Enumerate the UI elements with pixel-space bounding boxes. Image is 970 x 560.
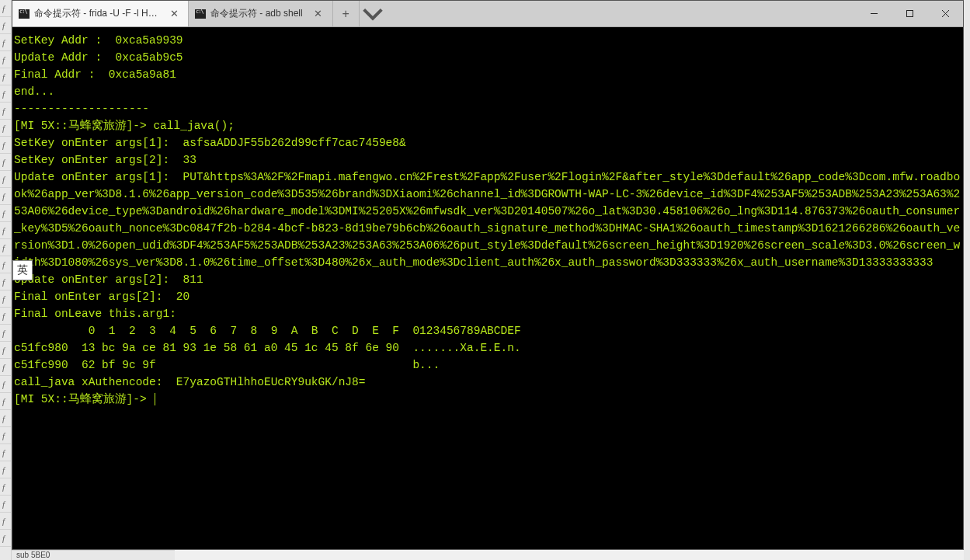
background-gutter-item: f [0, 256, 11, 273]
new-tab-button[interactable]: + [333, 1, 360, 26]
terminal-line: SetKey Addr : 0xca5a9939 [14, 32, 961, 49]
background-gutter-item: f [0, 325, 11, 342]
background-gutter-item: f [0, 103, 11, 120]
terminal-line: Update onEnter args[2]: 811 [14, 271, 961, 288]
ime-indicator[interactable]: 英 [12, 260, 33, 280]
terminal-line: c51fc980 13 bc 9a ce 81 93 1e 58 61 a0 4… [14, 339, 961, 357]
terminal-line: Final Addr : 0xca5a9a81 [14, 66, 961, 83]
terminal-line: Update Addr : 0xca5ab9c5 [14, 49, 961, 66]
background-gutter-item: f [0, 410, 11, 427]
background-gutter-item: f [0, 461, 11, 478]
terminal-prompt[interactable]: [MI 5X::马蜂窝旅游]-> [14, 391, 961, 408]
tab-title: 命令提示符 - adb shell [210, 7, 303, 20]
tab-adb-shell[interactable]: 命令提示符 - adb shell ✕ [189, 1, 333, 26]
maximize-button[interactable] [892, 1, 927, 26]
background-gutter-item: f [0, 342, 11, 359]
terminal-line: -------------------- [14, 100, 961, 117]
minimize-button[interactable] [856, 1, 892, 26]
background-gutter-item: f [0, 120, 11, 137]
cmd-icon [19, 9, 30, 19]
close-window-button[interactable] [927, 1, 963, 26]
terminal-line: Final onEnter args[2]: 20 [14, 288, 961, 305]
cmd-icon [195, 9, 206, 19]
background-left-gutter: ffffffffffffffffffffffffffffffff [0, 0, 12, 560]
svg-rect-1 [906, 11, 913, 17]
background-gutter-item: f [0, 530, 11, 547]
maximize-icon [906, 9, 914, 18]
close-icon [941, 9, 950, 18]
background-gutter-item: f [0, 513, 11, 530]
background-right-strip [964, 0, 970, 560]
tab-dropdown-button[interactable] [360, 1, 386, 26]
terminal-line: SetKey onEnter args[1]: asfsaADDJF55b262… [14, 134, 961, 151]
background-gutter-item: f [0, 478, 11, 496]
tab-frida[interactable]: 命令提示符 - frida -U -F -l Hool ✕ [12, 1, 189, 26]
background-gutter-item: f [0, 51, 11, 68]
background-gutter-item: f [0, 359, 11, 376]
terminal-line: Final onLeave this.arg1: [14, 305, 961, 322]
background-gutter-item: f [0, 444, 11, 461]
terminal-line: call_java xAuthencode: E7yazoGTHlhhoEUcR… [14, 374, 961, 391]
chevron-down-icon [360, 1, 386, 27]
terminal-line: 0 1 2 3 4 5 6 7 8 9 A B C D E F 01234567… [14, 322, 961, 339]
background-gutter-item: f [0, 17, 11, 34]
background-gutter-item: f [0, 222, 11, 239]
background-gutter-item: f [0, 0, 11, 17]
close-tab-icon[interactable]: ✕ [168, 8, 180, 20]
tab-title: 命令提示符 - frida -U -F -l Hool [34, 7, 158, 20]
background-gutter-item: f [0, 137, 11, 154]
titlebar-drag-area[interactable] [386, 1, 856, 26]
background-gutter-item: f [0, 68, 11, 85]
background-gutter-item: f [0, 273, 11, 290]
cursor [155, 393, 155, 405]
background-gutter-item: f [0, 154, 11, 171]
minimize-icon [870, 9, 878, 18]
close-tab-icon[interactable]: ✕ [312, 8, 325, 20]
window-titlebar[interactable]: 命令提示符 - frida -U -F -l Hool ✕ 命令提示符 - ad… [12, 1, 963, 27]
terminal-line: SetKey onEnter args[2]: 33 [14, 151, 961, 169]
background-bottom-label: sub 5BE0 [12, 550, 175, 560]
background-gutter-item: f [0, 290, 11, 308]
background-gutter-item: f [0, 171, 11, 188]
background-gutter-item: f [0, 34, 11, 51]
background-gutter-item: f [0, 239, 11, 256]
terminal-output[interactable]: SetKey Addr : 0xca5a9939Update Addr : 0x… [12, 27, 963, 549]
terminal-line: end... [14, 83, 961, 100]
background-gutter-item: f [0, 376, 11, 393]
terminal-line: Update onEnter args[1]: PUT&https%3A%2F%… [14, 169, 961, 271]
background-gutter-item: f [0, 85, 11, 103]
background-gutter-item: f [0, 393, 11, 410]
background-gutter-item: f [0, 308, 11, 325]
background-gutter-item: f [0, 188, 11, 205]
terminal-line: [MI 5X::马蜂窝旅游]-> call_java(); [14, 117, 961, 134]
background-gutter-item: f [0, 427, 11, 444]
window-controls [856, 1, 963, 26]
background-gutter-item: f [0, 496, 11, 513]
background-gutter-item: f [0, 205, 11, 222]
terminal-line: c51fc990 62 bf 9c 9f b... [14, 357, 961, 374]
terminal-window: 命令提示符 - frida -U -F -l Hool ✕ 命令提示符 - ad… [12, 0, 964, 550]
